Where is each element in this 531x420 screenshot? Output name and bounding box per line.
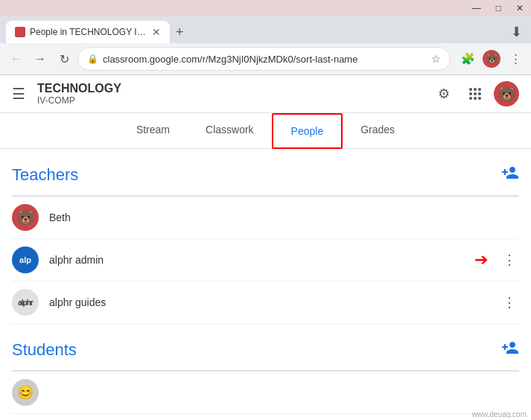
app-title: TECHNOLOGY IV-COMP bbox=[37, 82, 431, 106]
svg-point-5 bbox=[478, 92, 481, 95]
arrow-icon: ➔ bbox=[474, 250, 488, 270]
svg-point-4 bbox=[474, 92, 477, 95]
person-name: alphr guides bbox=[49, 296, 489, 308]
tab-close-icon[interactable]: ✕ bbox=[152, 26, 161, 38]
url-text: classroom.google.com/r/Mzg3NjI0NjkzMDk0/… bbox=[103, 54, 427, 65]
forward-button[interactable]: → bbox=[30, 48, 51, 69]
add-student-button[interactable] bbox=[501, 339, 519, 361]
app-title-main: TECHNOLOGY bbox=[37, 82, 431, 95]
browser-controls: ← → ↻ 🔒 classroom.google.com/r/Mzg3NjI0N… bbox=[0, 43, 531, 74]
active-tab[interactable]: People in TECHNOLOGY IV-COM ✕ bbox=[6, 21, 170, 43]
new-tab-button[interactable]: + bbox=[176, 25, 184, 39]
tab-favicon-icon bbox=[15, 27, 25, 37]
maximize-button[interactable]: □ bbox=[489, 1, 509, 15]
settings-icon[interactable]: ⚙ bbox=[431, 81, 457, 106]
watermark: www.deuaq.com bbox=[472, 410, 527, 419]
svg-point-8 bbox=[478, 97, 481, 100]
tab-grades[interactable]: Grades bbox=[343, 113, 413, 148]
teachers-title: Teachers bbox=[12, 165, 78, 185]
app-content: ☰ TECHNOLOGY IV-COMP ⚙ 🐻 Stream Classwor… bbox=[0, 75, 531, 420]
table-row: 🐻 Beth bbox=[12, 197, 519, 239]
table-row: alp alphr admin ➔ ⋮ bbox=[12, 239, 519, 281]
table-row: 😊 bbox=[12, 372, 519, 414]
avatar: 🐻 bbox=[12, 204, 39, 231]
person-name: Beth bbox=[49, 211, 519, 223]
header-icons: ⚙ 🐻 bbox=[431, 81, 519, 106]
add-teacher-button[interactable] bbox=[501, 164, 519, 186]
refresh-button[interactable]: ↻ bbox=[54, 48, 74, 69]
students-section-header: Students bbox=[12, 324, 519, 372]
close-button[interactable]: ✕ bbox=[509, 1, 531, 15]
hamburger-icon[interactable]: ☰ bbox=[12, 85, 25, 103]
apps-grid-icon[interactable] bbox=[462, 81, 488, 106]
students-title: Students bbox=[12, 340, 77, 360]
app-title-sub: IV-COMP bbox=[37, 95, 431, 106]
user-avatar-icon[interactable]: 🐻 bbox=[482, 49, 501, 69]
avatar: alp bbox=[12, 246, 39, 273]
teachers-section-header: Teachers bbox=[12, 149, 519, 197]
avatar: 😊 bbox=[12, 379, 39, 406]
browser-action-icons: 🧩 🐻 ⋮ bbox=[458, 49, 525, 69]
svg-point-0 bbox=[469, 88, 472, 91]
svg-point-6 bbox=[469, 97, 472, 100]
puzzle-icon[interactable]: 🧩 bbox=[458, 49, 477, 69]
browser-menu-icon[interactable]: ⋮ bbox=[506, 49, 525, 69]
app-header: ☰ TECHNOLOGY IV-COMP ⚙ 🐻 bbox=[0, 75, 531, 113]
svg-point-2 bbox=[478, 88, 481, 91]
lock-icon: 🔒 bbox=[87, 54, 98, 64]
avatar: alphr bbox=[12, 289, 39, 316]
tab-classwork[interactable]: Classwork bbox=[188, 113, 272, 148]
svg-point-7 bbox=[474, 97, 477, 100]
table-row: alphr alphr guides ⋮ bbox=[12, 281, 519, 324]
download-icon: ⬇ bbox=[511, 24, 525, 40]
svg-point-1 bbox=[474, 88, 477, 91]
window-title-bar: — □ ✕ bbox=[0, 0, 531, 16]
nav-tabs: Stream Classwork People Grades bbox=[0, 113, 531, 149]
bookmark-icon: ☆ bbox=[431, 53, 441, 65]
tab-title: People in TECHNOLOGY IV-COM bbox=[30, 27, 147, 37]
more-options-icon[interactable]: ⋮ bbox=[500, 291, 519, 314]
browser-chrome: People in TECHNOLOGY IV-COM ✕ + ⬇ ← → ↻ … bbox=[0, 16, 531, 75]
tab-stream[interactable]: Stream bbox=[118, 113, 188, 148]
tab-bar: People in TECHNOLOGY IV-COM ✕ + ⬇ bbox=[0, 16, 531, 43]
back-button[interactable]: ← bbox=[6, 48, 27, 69]
user-avatar[interactable]: 🐻 bbox=[494, 81, 519, 106]
minimize-button[interactable]: — bbox=[465, 1, 489, 15]
main-content: Teachers 🐻 Beth alp alphr admin ➔ ⋮ alph… bbox=[0, 149, 531, 420]
more-options-icon[interactable]: ⋮ bbox=[500, 249, 519, 271]
svg-point-3 bbox=[469, 92, 472, 95]
address-bar[interactable]: 🔒 classroom.google.com/r/Mzg3NjI0NjkzMDk… bbox=[77, 47, 451, 71]
person-name: alphr admin bbox=[49, 254, 464, 266]
tab-people[interactable]: People bbox=[272, 113, 343, 149]
